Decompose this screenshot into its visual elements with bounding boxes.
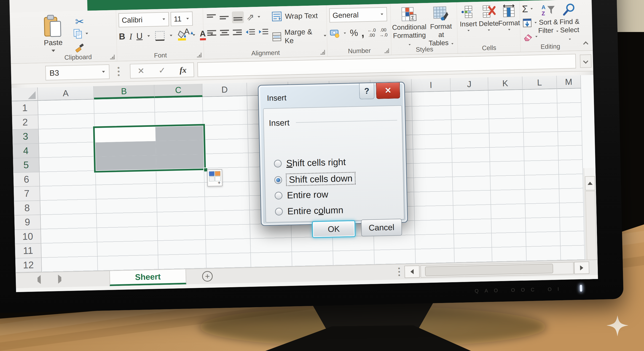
align-center-icon[interactable] xyxy=(219,28,230,38)
fill-color-dropdown-icon[interactable] xyxy=(192,34,195,36)
radio-icon[interactable] xyxy=(275,208,283,216)
previous-sheet-button[interactable] xyxy=(38,278,41,282)
column-header-M[interactable]: M xyxy=(557,75,581,89)
paste-button[interactable]: Paste xyxy=(43,14,63,53)
underline-button[interactable]: U xyxy=(136,31,143,41)
row-header-11[interactable]: 11 xyxy=(15,244,42,259)
clear-button[interactable] xyxy=(522,32,538,41)
radio-option-3[interactable]: Entire row xyxy=(274,189,328,201)
scroll-left-button[interactable] xyxy=(404,265,420,278)
scroll-right-button[interactable] xyxy=(574,261,589,274)
collapse-ribbon-button[interactable] xyxy=(584,42,589,47)
merge-center-button[interactable]: Marge & Ke xyxy=(272,27,327,45)
row-header-4[interactable]: 4 xyxy=(13,143,39,158)
increase-decimal-button[interactable]: ←.0 .00 xyxy=(367,27,376,38)
radio-option-4[interactable]: Entire column xyxy=(275,205,344,217)
sort-filter-button[interactable]: A Z Sort & Filter xyxy=(538,3,559,35)
dialog-help-button[interactable]: ? xyxy=(359,83,374,99)
row-header-6[interactable]: 6 xyxy=(13,172,40,187)
radio-icon[interactable] xyxy=(274,159,282,167)
insert-cells-button[interactable]: Insert xyxy=(458,5,478,32)
column-header-A[interactable]: A xyxy=(38,86,94,101)
align-middle-icon[interactable] xyxy=(219,13,230,22)
cancel-entry-icon[interactable]: ✕ xyxy=(138,66,144,76)
horizontal-scroll-thumb[interactable] xyxy=(425,264,553,276)
insert-function-icon[interactable]: fx xyxy=(180,65,186,75)
column-header-B[interactable]: B xyxy=(94,85,154,99)
borders-dropdown-icon[interactable] xyxy=(170,34,172,36)
font-size-combo[interactable]: 11 xyxy=(170,11,193,26)
fill-dropdown-icon xyxy=(534,22,537,23)
paste-dropdown-icon[interactable] xyxy=(52,49,55,52)
column-header-C[interactable]: C xyxy=(154,84,202,98)
row-header-2[interactable]: 2 xyxy=(12,115,39,130)
radio-icon[interactable] xyxy=(275,192,283,200)
sheet-tab-active[interactable]: Sheert xyxy=(109,269,186,286)
fill-button[interactable] xyxy=(522,18,538,28)
horizontal-scroll-track[interactable] xyxy=(420,262,574,278)
row-header-7[interactable]: 7 xyxy=(14,186,40,201)
underline-dropdown-icon[interactable] xyxy=(147,35,150,37)
clipboard-dialog-launcher-icon[interactable] xyxy=(110,55,114,59)
scroll-up-button[interactable] xyxy=(585,176,595,191)
font-dialog-launcher-icon[interactable] xyxy=(197,53,202,57)
radio-option-2[interactable]: Shift cells down xyxy=(274,173,355,186)
decrease-decimal-button[interactable]: .00 →.0 xyxy=(379,27,388,37)
radio-option-1[interactable]: Shift cells right xyxy=(274,157,346,169)
cut-button[interactable]: ✂ xyxy=(75,15,84,28)
ok-button[interactable]: OK xyxy=(312,220,356,238)
borders-icon[interactable] xyxy=(154,30,165,41)
fill-color-icon[interactable] xyxy=(177,29,188,41)
orientation-icon[interactable]: ⇗ xyxy=(246,12,254,22)
align-left-icon[interactable] xyxy=(206,29,217,38)
increase-indent-icon[interactable] xyxy=(258,28,269,37)
percent-style-button[interactable]: % xyxy=(350,28,358,38)
row-header-8[interactable]: 8 xyxy=(14,201,40,216)
row-header-3[interactable]: 3 xyxy=(12,129,39,144)
align-bottom-button[interactable] xyxy=(232,11,244,23)
copy-button[interactable] xyxy=(73,28,89,39)
italic-button[interactable]: I xyxy=(129,31,132,41)
column-header-L[interactable]: L xyxy=(522,76,557,90)
name-box[interactable]: B3 xyxy=(45,64,110,80)
insert-options-button[interactable]: + xyxy=(207,169,222,186)
new-sheet-button[interactable]: + xyxy=(202,271,213,282)
row-header-9[interactable]: 9 xyxy=(14,215,41,230)
number-format-combo[interactable]: General xyxy=(329,7,387,23)
wrap-text-button[interactable]: Wrap Text xyxy=(272,10,318,22)
align-right-icon[interactable] xyxy=(232,28,242,37)
bold-button[interactable]: B xyxy=(119,31,125,41)
decrease-indent-icon[interactable] xyxy=(245,28,256,37)
column-header-D[interactable]: D xyxy=(202,83,247,97)
conditional-formatting-button[interactable]: Σ Conditional Formatting xyxy=(393,6,426,48)
column-header-K[interactable]: K xyxy=(488,76,522,90)
column-header-J[interactable]: J xyxy=(450,77,488,91)
scrollbar-resize-handle[interactable]: ••• xyxy=(398,267,400,277)
comma-style-button[interactable]: , xyxy=(361,26,364,39)
alignment-dialog-launcher-icon[interactable] xyxy=(320,50,325,54)
row-header-10[interactable]: 10 xyxy=(15,229,41,244)
accounting-format-icon[interactable] xyxy=(330,28,340,38)
number-dialog-launcher-icon[interactable] xyxy=(384,48,389,53)
font-name-combo[interactable]: Calibri xyxy=(118,12,169,27)
format-as-table-button[interactable]: Format at Tables xyxy=(426,5,456,47)
format-cells-button[interactable]: Format xyxy=(499,4,519,31)
autosum-button[interactable]: Σ xyxy=(522,3,534,15)
row-header-5[interactable]: 5 xyxy=(13,158,40,173)
format-painter-button[interactable] xyxy=(74,42,85,53)
row-header-12[interactable]: 12 xyxy=(15,258,42,273)
column-header-I[interactable]: I xyxy=(412,78,451,92)
select-all-corner[interactable] xyxy=(12,87,38,101)
align-top-icon[interactable] xyxy=(206,13,216,23)
enter-entry-icon[interactable]: ✓ xyxy=(158,66,166,75)
next-sheet-button[interactable] xyxy=(58,277,61,281)
delete-cells-button[interactable]: Delete xyxy=(478,4,499,31)
orientation-dropdown-icon[interactable] xyxy=(258,16,260,17)
radio-selected-icon[interactable] xyxy=(274,176,282,184)
accounting-dropdown-icon[interactable] xyxy=(344,32,346,34)
row-header-1[interactable]: 1 xyxy=(12,101,38,116)
dialog-close-button[interactable]: ✕ xyxy=(376,82,400,99)
cancel-button[interactable]: Cancel xyxy=(361,219,402,237)
expand-formula-bar-button[interactable] xyxy=(580,54,592,68)
find-select-button[interactable]: Find & Select xyxy=(559,3,580,42)
